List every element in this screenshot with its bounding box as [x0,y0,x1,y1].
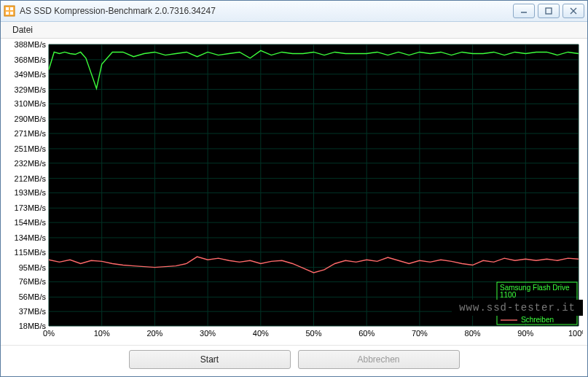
svg-text:349MB/s: 349MB/s [15,70,47,79]
svg-rect-3 [6,12,9,15]
svg-text:95MB/s: 95MB/s [19,263,47,272]
svg-text:70%: 70% [412,329,428,338]
cancel-button: Abbrechen [298,350,460,369]
svg-rect-2 [10,7,13,10]
app-icon [4,5,15,17]
svg-text:0%: 0% [43,329,55,338]
svg-text:40%: 40% [253,329,269,338]
close-button[interactable] [562,4,584,18]
svg-text:271MB/s: 271MB/s [15,129,47,138]
svg-text:212MB/s: 212MB/s [15,174,47,183]
svg-text:232MB/s: 232MB/s [15,159,47,168]
svg-rect-4 [10,12,13,15]
svg-text:50%: 50% [305,329,321,338]
watermark: www.ssd-tester.it [452,300,583,316]
app-window: AS SSD Kompression-Benchmark 2.0.7316.34… [0,0,588,377]
compression-chart: 18MB/s37MB/s56MB/s76MB/s95MB/s115MB/s134… [5,42,583,341]
svg-text:1100: 1100 [500,291,517,299]
svg-text:76MB/s: 76MB/s [19,277,47,286]
svg-text:90%: 90% [517,329,533,338]
svg-text:388MB/s: 388MB/s [15,42,47,49]
svg-text:329MB/s: 329MB/s [15,85,47,94]
svg-text:193MB/s: 193MB/s [15,188,47,197]
button-bar: Start Abbrechen [1,345,587,376]
start-button[interactable]: Start [129,350,291,369]
svg-text:154MB/s: 154MB/s [15,218,47,227]
svg-text:173MB/s: 173MB/s [15,203,47,212]
svg-text:115MB/s: 115MB/s [15,248,47,257]
minimize-button[interactable] [513,4,535,18]
svg-text:30%: 30% [200,329,216,338]
svg-text:20%: 20% [146,329,162,338]
svg-text:251MB/s: 251MB/s [15,144,47,153]
chart-area: 18MB/s37MB/s56MB/s76MB/s95MB/s115MB/s134… [1,39,587,345]
svg-rect-1 [6,7,9,10]
svg-text:10%: 10% [94,329,110,338]
svg-text:290MB/s: 290MB/s [15,114,47,123]
svg-text:100%: 100% [568,329,583,338]
svg-text:368MB/s: 368MB/s [15,55,47,64]
svg-text:56MB/s: 56MB/s [19,292,47,301]
titlebar: AS SSD Kompression-Benchmark 2.0.7316.34… [1,1,587,22]
svg-text:134MB/s: 134MB/s [15,233,47,242]
menu-file[interactable]: Datei [7,23,39,36]
svg-text:Schreiben: Schreiben [521,316,554,324]
window-title: AS SSD Kompression-Benchmark 2.0.7316.34… [20,6,513,16]
svg-text:80%: 80% [465,329,481,338]
svg-text:37MB/s: 37MB/s [19,307,47,316]
svg-text:18MB/s: 18MB/s [19,322,47,330]
svg-text:60%: 60% [358,329,375,338]
svg-text:310MB/s: 310MB/s [15,99,47,108]
menubar: Datei [1,22,587,39]
window-controls [513,4,584,18]
svg-rect-6 [546,8,552,14]
maximize-button[interactable] [538,4,560,18]
